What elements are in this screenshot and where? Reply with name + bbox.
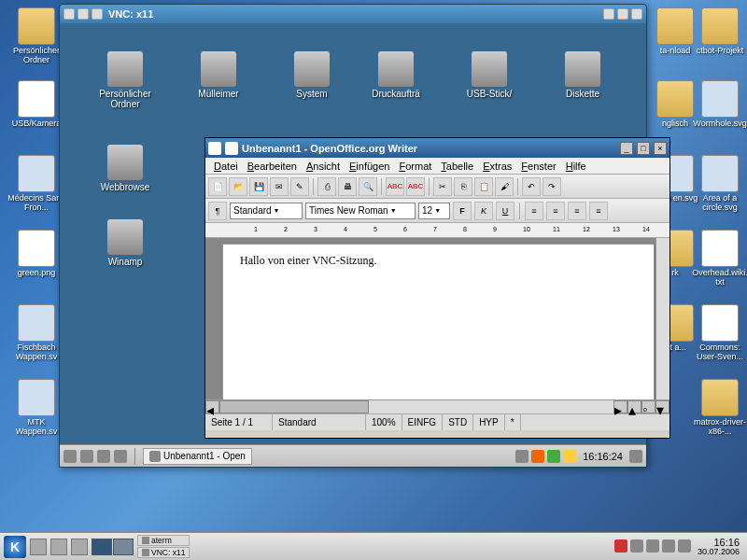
status-std[interactable]: STD: [443, 414, 473, 430]
quicklaunch-firefox-icon[interactable]: [71, 539, 88, 555]
vnc-home-icon[interactable]: [80, 450, 93, 463]
desktop-icon[interactable]: MTK Wappen.sv: [7, 379, 65, 437]
oo-minimize-button[interactable]: _: [620, 142, 633, 155]
desktop-icon[interactable]: Wormhole.svg: [691, 80, 747, 129]
vertical-scrollbar[interactable]: [655, 238, 669, 399]
paste-button[interactable]: 📋: [474, 177, 493, 196]
paragraph-style-combo[interactable]: Standard▼: [230, 203, 303, 219]
scroll-left-button[interactable]: ◂: [205, 400, 219, 413]
vnc-konqueror-icon[interactable]: [97, 450, 110, 463]
print-button[interactable]: 🖶: [338, 177, 357, 196]
vnc-desktop-icon[interactable]: Winamp: [88, 219, 162, 267]
menu-ansicht[interactable]: Ansicht: [302, 161, 345, 172]
vnc-desktop-icon[interactable]: Mülleimer: [181, 51, 256, 99]
vnc-help-icon[interactable]: [114, 450, 127, 463]
vnc-desktop-icon[interactable]: Druckaufträ: [359, 51, 433, 99]
quicklaunch-konsole-icon[interactable]: [50, 539, 67, 555]
vnc-sticky-button[interactable]: [78, 8, 89, 20]
vnc-remote-desktop[interactable]: WinampWebbrowseDisketteUSB-Stick/Druckau…: [60, 23, 646, 444]
bold-button[interactable]: F: [453, 202, 472, 220]
menu-datei[interactable]: Datei: [209, 161, 243, 172]
align-left-button[interactable]: ≡: [525, 202, 543, 220]
desktop-icon[interactable]: Persönlicher Ordner: [7, 7, 65, 65]
tray-volume-icon[interactable]: [662, 539, 675, 553]
desktop-icon[interactable]: Fischbach Wappen.sv: [7, 304, 65, 362]
undo-button[interactable]: ↶: [522, 177, 541, 196]
oo-maximize-button[interactable]: □: [637, 142, 650, 155]
menu-fenster[interactable]: Fenster: [516, 161, 560, 172]
open-button[interactable]: 📂: [229, 177, 247, 196]
font-name-combo[interactable]: Times New Roman▼: [305, 203, 416, 219]
vnc-tray-clipboard-icon[interactable]: [515, 450, 529, 463]
taskbar-task[interactable]: VNC: x11: [137, 547, 190, 558]
status-insert[interactable]: EINFG: [402, 414, 444, 430]
oo-page[interactable]: Hallo von einer VNC-Sitzung.: [222, 244, 655, 399]
menu-extras[interactable]: Extras: [478, 161, 516, 172]
vnc-kmenu-icon[interactable]: [63, 450, 77, 463]
desktop-icon[interactable]: Area of a circle.svg: [691, 155, 747, 213]
email-button[interactable]: ✉: [270, 177, 289, 196]
vnc-tray-devices-icon[interactable]: [531, 450, 544, 463]
vnc-task-button[interactable]: Unbenannt1 - Open: [143, 448, 252, 465]
desktop-icon[interactable]: Commons: User-Sven...: [691, 304, 747, 362]
save-button[interactable]: 💾: [249, 177, 268, 196]
pager-desktop-1[interactable]: [92, 539, 112, 555]
pdf-button[interactable]: ⎙: [317, 177, 336, 196]
cut-button[interactable]: ✂: [433, 177, 452, 196]
pager-desktop-2[interactable]: [113, 539, 134, 555]
align-center-button[interactable]: ≡: [546, 202, 565, 220]
quicklaunch-kate-icon[interactable]: [30, 539, 47, 555]
align-right-button[interactable]: ≡: [568, 202, 586, 220]
horizontal-scrollbar[interactable]: ◂ ▸ ▴ ◦ ▾: [205, 399, 669, 413]
tray-keyboard-icon[interactable]: [614, 539, 627, 553]
menu-einfügen[interactable]: Einfügen: [345, 161, 394, 172]
scroll-right-button[interactable]: ▸: [613, 400, 627, 413]
menu-format[interactable]: Format: [394, 161, 436, 172]
desktop-icon[interactable]: green.png: [7, 230, 65, 278]
oo-titlebar[interactable]: Unbenannt1 - OpenOffice.org Writer _ □ ×: [205, 138, 669, 158]
vnc-menu-button[interactable]: [63, 8, 75, 20]
oo-horizontal-ruler[interactable]: 1234567891011121314: [205, 223, 669, 238]
vnc-tray-organizer-icon[interactable]: [547, 450, 560, 463]
desktop-icon[interactable]: USB/Kamera: [7, 80, 65, 129]
menu-tabelle[interactable]: Tabelle: [436, 161, 478, 172]
styles-button[interactable]: ¶: [208, 202, 227, 220]
vnc-desktop-icon[interactable]: System: [275, 51, 349, 99]
italic-button[interactable]: K: [474, 202, 493, 220]
desktop-icon[interactable]: matrox-driver-x86-...: [691, 379, 747, 437]
nav-prev-button[interactable]: ▴: [627, 400, 641, 413]
menu-bearbeiten[interactable]: Bearbeiten: [243, 161, 302, 172]
tray-klipper-icon[interactable]: [630, 539, 643, 553]
nav-next-button[interactable]: ▾: [655, 400, 669, 413]
new-button[interactable]: 📄: [208, 177, 227, 196]
align-justify-button[interactable]: ≡: [589, 202, 608, 220]
scroll-thumb[interactable]: [219, 400, 369, 413]
kmenu-button[interactable]: K: [4, 536, 26, 558]
spellcheck-button[interactable]: ABC: [386, 177, 404, 196]
document-text[interactable]: Hallo von einer VNC-Sitzung.: [240, 254, 637, 268]
vnc-close-button[interactable]: [631, 8, 642, 20]
vnc-shade-button[interactable]: [92, 8, 103, 20]
vnc-titlebar[interactable]: VNC: x11: [60, 5, 646, 23]
vnc-desktop-icon[interactable]: Persönlicher Ordner: [88, 51, 162, 109]
desktop-icon[interactable]: ctbot-Projekt: [691, 7, 747, 56]
vnc-maximize-button[interactable]: [617, 8, 628, 20]
vnc-tray-clock-icon[interactable]: [563, 450, 576, 463]
taskbar-task[interactable]: aterm: [137, 535, 190, 546]
menu-hilfe[interactable]: Hilfe: [561, 161, 591, 172]
status-sel[interactable]: *: [505, 414, 521, 430]
vnc-desktop-icon[interactable]: USB-Stick/: [452, 51, 527, 99]
vnc-clock[interactable]: 16:16:24: [579, 451, 627, 462]
vnc-desktop-icon[interactable]: Webbrowse: [88, 145, 162, 192]
tray-network-icon[interactable]: [646, 539, 659, 553]
status-zoom[interactable]: 100%: [366, 414, 402, 430]
underline-button[interactable]: U: [496, 202, 514, 220]
nav-select-button[interactable]: ◦: [641, 400, 655, 413]
vnc-tray-trash-icon[interactable]: [629, 450, 642, 463]
vnc-minimize-button[interactable]: [603, 8, 614, 20]
desktop-icon[interactable]: Overhead.wiki.txt: [691, 230, 747, 287]
status-hyp[interactable]: HYP: [473, 414, 505, 430]
oo-close-button[interactable]: ×: [654, 142, 667, 155]
vnc-desktop-icon[interactable]: Diskette: [545, 51, 620, 99]
desktop-icon[interactable]: Médecins Sans Fron...: [7, 155, 65, 213]
